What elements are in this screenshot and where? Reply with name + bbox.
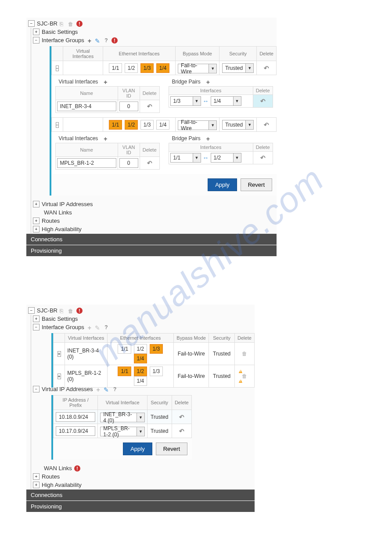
expand-icon[interactable]: + bbox=[33, 29, 40, 35]
eth-port-toggle[interactable]: 1/2 bbox=[125, 120, 138, 130]
ip-input[interactable]: 10.17.0.9/24 bbox=[56, 426, 95, 436]
vi-select[interactable]: MPLS_BR-1-2 (0)▼ bbox=[100, 427, 145, 436]
collapse-icon[interactable]: − bbox=[33, 37, 40, 44]
revert-icon[interactable] bbox=[147, 160, 153, 166]
eth-port-toggle[interactable]: 1/2 bbox=[125, 63, 138, 73]
expand-icon[interactable]: + bbox=[33, 473, 40, 480]
collapse-icon[interactable]: − bbox=[28, 20, 35, 27]
delete-icon[interactable] bbox=[241, 351, 248, 357]
node-routes[interactable]: Routes bbox=[42, 218, 60, 224]
node-high-availability[interactable]: High Availability bbox=[42, 482, 82, 488]
provisioning-bar[interactable]: Provisioning bbox=[26, 501, 255, 512]
delete-icon[interactable] bbox=[68, 308, 74, 314]
expand-icon[interactable]: + bbox=[33, 218, 40, 224]
vlan-input[interactable]: 0 bbox=[119, 102, 138, 111]
expand-icon[interactable]: + bbox=[58, 374, 61, 379]
eth-port-toggle[interactable]: 1/1 bbox=[118, 344, 131, 354]
bypass-mode-select[interactable]: Fail-to-Wire▼ bbox=[178, 64, 217, 73]
revert-icon[interactable] bbox=[263, 121, 270, 127]
security-select[interactable]: Trusted▼ bbox=[222, 120, 254, 130]
expand-icon[interactable]: + bbox=[33, 226, 40, 232]
copy-icon[interactable] bbox=[60, 21, 66, 27]
vi-select[interactable]: INET_BR-3-4 (0)▼ bbox=[100, 413, 145, 422]
node-interface-groups[interactable]: Interface Groups bbox=[42, 37, 84, 44]
node-basic-settings[interactable]: Basic Settings bbox=[42, 29, 78, 35]
subhead-bridge-pairs: Bridge Pairs bbox=[172, 135, 201, 141]
bridge-b-select[interactable]: 1/2▼ bbox=[211, 153, 241, 163]
delete-icon[interactable] bbox=[68, 21, 74, 27]
vi-name-input[interactable]: MPLS_BR-1-2 bbox=[57, 158, 116, 168]
collapse-icon[interactable]: − bbox=[33, 324, 40, 330]
connections-bar[interactable]: Connections bbox=[26, 234, 277, 245]
eth-port-toggle[interactable]: 1/3 bbox=[140, 63, 154, 73]
config-panel-1: − SJC-BR + Basic Settings − Interface Gr… bbox=[26, 18, 277, 256]
col-delete: Delete bbox=[253, 87, 273, 95]
eth-port-toggle[interactable]: 1/4 bbox=[156, 63, 170, 73]
revert-icon[interactable] bbox=[179, 428, 185, 434]
bridge-a-select[interactable]: 1/3▼ bbox=[170, 96, 201, 106]
add-icon[interactable] bbox=[205, 79, 211, 85]
eth-port-toggle[interactable]: 1/3 bbox=[150, 344, 163, 354]
col-interfaces: Interfaces bbox=[169, 87, 253, 95]
add-icon[interactable] bbox=[102, 135, 108, 141]
revert-button[interactable]: Revert bbox=[241, 178, 272, 191]
security-select[interactable]: Trusted▼ bbox=[222, 63, 254, 73]
add-icon[interactable] bbox=[86, 324, 93, 330]
eth-port-toggle[interactable]: 1/2 bbox=[134, 344, 147, 354]
add-icon[interactable] bbox=[95, 386, 101, 392]
vi-name-input[interactable]: INET_BR-3-4 bbox=[57, 102, 116, 111]
revert-icon[interactable] bbox=[260, 98, 266, 104]
node-virtual-ip[interactable]: Virtual IP Addresses bbox=[42, 201, 93, 207]
expand-icon[interactable]: + bbox=[33, 201, 40, 207]
apply-button[interactable]: Apply bbox=[208, 178, 237, 191]
eth-port-toggle[interactable]: 1/4 bbox=[134, 354, 147, 363]
eth-port-toggle[interactable]: 1/4 bbox=[156, 120, 170, 130]
help-icon[interactable] bbox=[103, 37, 109, 44]
revert-icon[interactable] bbox=[260, 154, 266, 160]
site-title: SJC-BR bbox=[37, 20, 58, 27]
edit-icon[interactable] bbox=[95, 37, 101, 44]
help-icon[interactable] bbox=[112, 386, 118, 392]
bypass-mode-select[interactable]: Fail-to-Wire▼ bbox=[178, 120, 217, 130]
node-wan-links[interactable]: WAN Links bbox=[44, 465, 72, 472]
apply-button[interactable]: Apply bbox=[123, 443, 152, 455]
eth-port-toggle[interactable]: 1/1 bbox=[118, 366, 131, 376]
bridge-b-select[interactable]: 1/4▼ bbox=[211, 96, 241, 106]
ip-input[interactable]: 10.18.0.9/24 bbox=[56, 412, 95, 422]
node-high-availability[interactable]: High Availability bbox=[42, 226, 82, 232]
eth-port-toggle[interactable]: 1/3 bbox=[140, 120, 154, 130]
node-interface-groups[interactable]: Interface Groups bbox=[42, 324, 84, 330]
vlan-input[interactable]: 0 bbox=[119, 158, 138, 168]
node-virtual-ip[interactable]: Virtual IP Addresses bbox=[42, 386, 93, 392]
node-routes[interactable]: Routes bbox=[42, 473, 60, 480]
help-icon[interactable] bbox=[103, 324, 109, 330]
revert-icon[interactable] bbox=[179, 414, 185, 420]
node-wan-links[interactable]: WAN Links bbox=[44, 209, 72, 216]
collapse-icon[interactable]: − bbox=[33, 386, 40, 392]
edit-icon[interactable] bbox=[104, 386, 110, 392]
revert-icon[interactable] bbox=[147, 103, 153, 109]
bridge-a-select[interactable]: 1/1▼ bbox=[170, 153, 201, 163]
collapse-icon[interactable]: − bbox=[56, 65, 59, 71]
expand-icon[interactable]: + bbox=[33, 482, 40, 488]
eth-port-toggle[interactable]: 1/3 bbox=[150, 366, 163, 376]
expand-icon[interactable]: + bbox=[58, 351, 61, 357]
copy-icon[interactable] bbox=[60, 308, 66, 314]
expand-icon[interactable]: + bbox=[33, 316, 40, 322]
revert-icon[interactable] bbox=[263, 65, 270, 71]
eth-port-toggle[interactable]: 1/4 bbox=[134, 376, 147, 386]
provisioning-bar[interactable]: Provisioning bbox=[26, 245, 277, 256]
edit-icon[interactable] bbox=[95, 324, 101, 330]
connections-bar[interactable]: Connections bbox=[26, 490, 255, 501]
add-icon[interactable] bbox=[205, 135, 211, 141]
collapse-icon[interactable]: − bbox=[56, 122, 59, 128]
add-icon[interactable] bbox=[102, 79, 108, 85]
collapse-icon[interactable]: − bbox=[28, 307, 35, 314]
eth-port-toggle[interactable]: 1/1 bbox=[109, 63, 122, 73]
add-icon[interactable] bbox=[86, 37, 93, 44]
eth-port-toggle[interactable]: 1/2 bbox=[134, 366, 147, 376]
col-security: Security bbox=[209, 334, 234, 343]
eth-port-toggle[interactable]: 1/1 bbox=[109, 120, 122, 130]
revert-button[interactable]: Revert bbox=[156, 443, 187, 455]
node-basic-settings[interactable]: Basic Settings bbox=[42, 316, 78, 322]
